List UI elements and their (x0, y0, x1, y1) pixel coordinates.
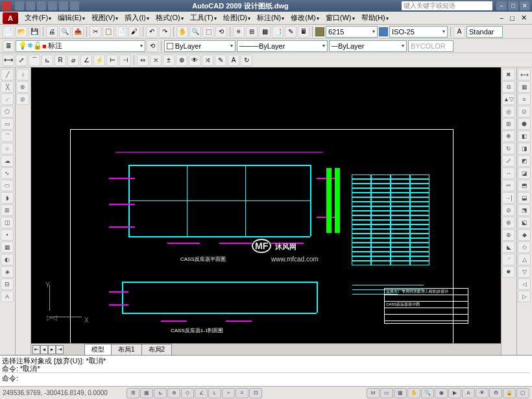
break-icon[interactable]: ⊗ (502, 217, 515, 228)
insert-block-icon[interactable]: ⊞ (1, 204, 14, 216)
offset-icon[interactable]: ◎ (502, 106, 515, 117)
doc-close-button[interactable]: ✕ (518, 14, 529, 22)
mod-c-icon[interactable]: ◩ (518, 155, 531, 167)
ellipse-arc-icon[interactable]: ◗ (1, 192, 14, 204)
mass-icon[interactable]: ⬢ (518, 118, 531, 130)
dim-baseline-icon[interactable]: ⊢ (106, 54, 118, 66)
menu-draw[interactable]: 绘图(D)▾ (221, 12, 253, 24)
dim-style-combo[interactable]: ISO-25▾ (389, 26, 448, 38)
text-style-icon[interactable]: A (453, 26, 465, 38)
markup-icon[interactable]: ✎ (285, 26, 296, 38)
lineweight-combo[interactable]: — ByLayer▾ (329, 40, 407, 52)
dim-quick-icon[interactable]: ⚡ (93, 54, 105, 66)
mod-g-icon[interactable]: ⬔ (518, 204, 531, 216)
dim-diameter-icon[interactable]: ⌀ (67, 54, 79, 66)
showmotion-icon[interactable]: ▶ (448, 388, 461, 398)
tab-model[interactable]: 模型 (84, 344, 112, 355)
help-search-input[interactable]: 键入关键字或短语 (402, 1, 492, 10)
undo-icon[interactable]: ↶ (146, 26, 158, 38)
tolerance-icon[interactable]: ± (163, 54, 175, 66)
mod-m-icon[interactable]: ◁ (518, 278, 531, 290)
point-icon[interactable]: • (1, 229, 14, 241)
zoom-window-icon[interactable]: ⬚ (202, 26, 214, 38)
tab-layout1[interactable]: 布局1 (111, 344, 142, 355)
redo-icon[interactable]: ↷ (159, 26, 171, 38)
sheet-set-icon[interactable]: 📑 (272, 26, 284, 38)
mod-b-icon[interactable]: ◨ (518, 143, 531, 154)
text-style-combo[interactable]: Standar (466, 26, 503, 38)
tool-b-icon[interactable]: ⊗ (16, 81, 29, 93)
mod-i-icon[interactable]: ◆ (518, 229, 531, 241)
menu-window[interactable]: 窗口(W)▾ (323, 12, 357, 24)
menu-tools[interactable]: 工具(T)▾ (187, 12, 219, 24)
menu-format[interactable]: 格式(O)▾ (153, 12, 186, 24)
quickview-layouts-icon[interactable]: ▭ (380, 388, 393, 398)
layer-combo[interactable]: 💡❄🔓■ 标注▾ (16, 40, 145, 52)
tab-last-icon[interactable]: ⇥ (56, 345, 64, 354)
maximize-button[interactable]: □ (508, 1, 518, 10)
preview-icon[interactable]: 🔍 (59, 26, 71, 38)
qat-save-icon[interactable] (37, 1, 46, 10)
mod-d-icon[interactable]: ◪ (518, 167, 531, 179)
pan-status-icon[interactable]: ✋ (407, 388, 420, 398)
revcloud-icon[interactable]: ☁ (1, 155, 14, 167)
menu-edit[interactable]: 编辑(E)▾ (55, 12, 88, 24)
dyn-toggle[interactable]: + (222, 388, 235, 398)
trim-icon[interactable]: ✂ (502, 180, 515, 191)
region-icon[interactable]: ◈ (1, 266, 14, 278)
zoom-status-icon[interactable]: 🔍 (421, 388, 434, 398)
polygon-icon[interactable]: ⬠ (1, 106, 14, 117)
tool-a-icon[interactable]: ⟊ (16, 69, 29, 80)
menu-help[interactable]: 帮助(H)▾ (359, 12, 391, 24)
dim-value-combo[interactable]: 6215▾ (326, 26, 378, 38)
area-icon[interactable]: ▦ (518, 81, 531, 93)
rotate-icon[interactable]: ↻ (502, 143, 515, 154)
array-icon[interactable]: ⊞ (502, 118, 515, 130)
mod-n-icon[interactable]: ▷ (518, 291, 531, 302)
mod-e-icon[interactable]: ⬒ (518, 180, 531, 191)
lwt-toggle[interactable]: ≡ (236, 388, 248, 398)
menu-file[interactable]: 文件(F)▾ (22, 12, 54, 24)
dim-radius-icon[interactable]: R (54, 54, 66, 66)
dim-style-swatch[interactable] (379, 27, 388, 36)
extend-icon[interactable]: →| (502, 192, 515, 204)
app-menu-button[interactable]: A (3, 12, 18, 24)
inspect-icon[interactable]: 👁 (189, 54, 200, 66)
jog-icon[interactable]: ⤭ (202, 54, 213, 66)
arc-icon[interactable]: ⌒ (1, 130, 14, 142)
dim-break-icon[interactable]: ⤫ (150, 54, 162, 66)
copy-obj-icon[interactable]: ⧉ (502, 81, 515, 93)
mod-f-icon[interactable]: ⬓ (518, 192, 531, 204)
qp-toggle[interactable]: ⊡ (249, 388, 262, 398)
close-button[interactable]: ✕ (520, 1, 530, 10)
mod-j-icon[interactable]: ◇ (518, 241, 531, 253)
xline-icon[interactable]: ╳ (1, 81, 14, 93)
tab-next-icon[interactable]: ▸ (48, 345, 56, 354)
doc-restore-button[interactable]: □ (507, 14, 517, 22)
doc-minimize-button[interactable]: − (497, 14, 506, 22)
linetype-combo[interactable]: ——— ByLayer▾ (237, 40, 328, 52)
cmd-prompt[interactable]: 命令: (2, 374, 530, 381)
tool-palette-icon[interactable]: ▦ (259, 26, 271, 38)
calc-icon[interactable]: 🖩 (298, 26, 309, 38)
rectangle-icon[interactable]: ▭ (1, 118, 14, 130)
tab-prev-icon[interactable]: ◂ (40, 345, 48, 354)
workspace-icon[interactable]: ⚙ (489, 388, 502, 398)
list-icon[interactable]: ≡ (518, 93, 531, 105)
id-icon[interactable]: ⊙ (518, 106, 531, 117)
pan-icon[interactable]: ✋ (176, 26, 188, 38)
menu-dimension[interactable]: 标注(N)▾ (254, 12, 287, 24)
dim-text-edit-icon[interactable]: A (228, 54, 239, 66)
anno-scale-icon[interactable]: A (462, 388, 475, 398)
layer-manager-icon[interactable]: ≣ (3, 40, 14, 52)
line-icon[interactable]: ╱ (1, 69, 14, 80)
gradient-icon[interactable]: ◐ (1, 254, 14, 265)
model-button[interactable]: M (367, 388, 380, 398)
copy-icon[interactable]: 📋 (103, 26, 114, 38)
qat-open-icon[interactable] (26, 1, 35, 10)
pline-icon[interactable]: ⟋ (1, 93, 14, 105)
dim-angular-icon[interactable]: ∠ (80, 54, 92, 66)
hatch-icon[interactable]: ▦ (1, 241, 14, 253)
mirror-icon[interactable]: ▲▽ (502, 93, 515, 105)
dim-edit-icon[interactable]: ✎ (215, 54, 226, 66)
